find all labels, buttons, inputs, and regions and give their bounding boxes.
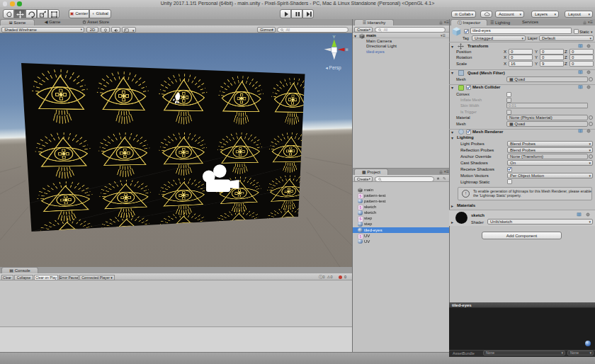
svg-text:Y: Y (333, 35, 336, 39)
svg-text:◂ Persp: ◂ Persp (326, 65, 341, 71)
